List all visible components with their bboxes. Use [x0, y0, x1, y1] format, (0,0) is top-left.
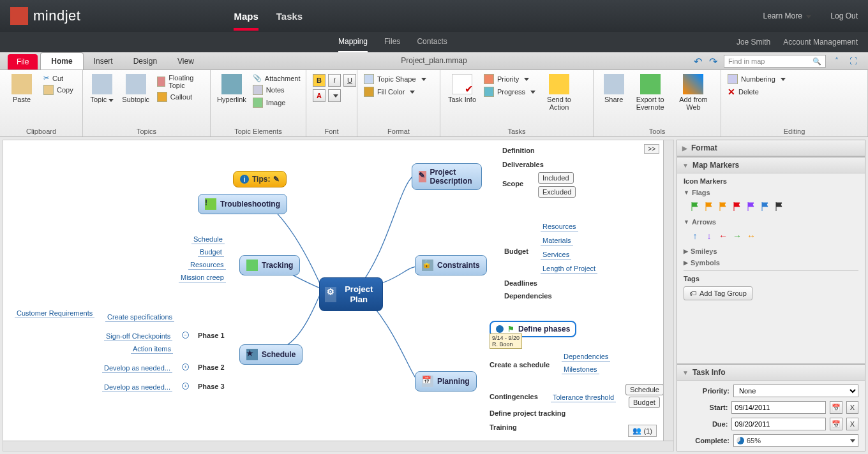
leaf-tracking-resources[interactable]: Resources — [188, 260, 226, 270]
send-to-action-button[interactable]: Send to Action — [542, 74, 576, 111]
add-tag-group-button[interactable]: 🏷Add Tag Group — [684, 286, 752, 300]
leaf-contingencies[interactable]: Contingencies — [490, 393, 538, 400]
cut-button[interactable]: ✂Cut — [43, 74, 73, 82]
file-tab[interactable]: File — [8, 54, 38, 70]
subtopic-button[interactable]: Subtopic — [121, 74, 151, 103]
due-date-input[interactable] — [731, 418, 826, 430]
username[interactable]: Joe Smith — [737, 38, 770, 47]
tab-files[interactable]: Files — [384, 32, 400, 52]
flag-marker[interactable] — [774, 201, 784, 212]
tab-contacts[interactable]: Contacts — [417, 32, 447, 52]
topic-button[interactable]: Topic — [89, 74, 115, 103]
ribbon-tab-view[interactable]: View — [167, 53, 204, 70]
leaf-create-schedule[interactable]: Create a schedule — [490, 361, 550, 369]
find-in-map-input[interactable]: Find in map 🔍 — [724, 55, 826, 68]
share-button[interactable]: Share — [600, 74, 627, 103]
schedule-phase2[interactable]: Phase 2 — [198, 363, 225, 371]
leaf-tracking-budget[interactable]: Budget — [198, 247, 224, 257]
leaf-customer-req[interactable]: Customer Requirements — [15, 309, 94, 318]
arrow-marker[interactable]: ↓ — [704, 231, 714, 241]
node-project-description[interactable]: ✎Project Description — [412, 163, 482, 190]
node-project-plan[interactable]: ⚙ Project Plan — [319, 277, 383, 311]
leaf-dependencies[interactable]: Dependencies — [504, 292, 552, 300]
panel-format-header[interactable]: ▶Format — [677, 140, 865, 156]
learn-more-link[interactable]: Learn More — [763, 11, 812, 20]
attachment-button[interactable]: 📎Attachment — [253, 74, 301, 82]
leaf-materials[interactable]: Materials — [541, 236, 573, 245]
ribbon-tab-design[interactable]: Design — [123, 53, 167, 70]
priority-button[interactable]: Priority — [484, 74, 535, 84]
notes-button[interactable]: Notes — [253, 85, 301, 95]
date-picker-button[interactable]: 📅 — [830, 401, 842, 414]
leaf-tracking-mission[interactable]: Mission creep — [179, 273, 226, 282]
flag-marker[interactable] — [718, 201, 728, 212]
leaf-deliverables[interactable]: Deliverables — [502, 161, 544, 168]
logout-link[interactable]: Log Out — [830, 11, 858, 20]
panel-taskinfo-header[interactable]: ▼Task Info — [677, 365, 865, 381]
numbering-button[interactable]: Numbering — [728, 74, 786, 84]
flag-marker[interactable] — [746, 201, 756, 212]
leaf-definition[interactable]: Definition — [502, 147, 535, 154]
flag-marker[interactable] — [690, 201, 700, 212]
flags-heading[interactable]: ▼Flags — [684, 189, 858, 196]
paste-button[interactable]: Paste — [6, 74, 37, 103]
vertical-scrollbar[interactable] — [663, 140, 673, 441]
leaf-tol-schedule[interactable]: Schedule — [625, 384, 664, 395]
clear-start-button[interactable]: X — [846, 401, 858, 414]
account-management-link[interactable]: Account Management — [783, 38, 858, 47]
floating-topic-button[interactable]: Floating Topic — [157, 74, 204, 89]
expand-button[interactable]: + — [182, 363, 189, 370]
date-picker-button[interactable]: 📅 — [830, 418, 842, 430]
clear-due-button[interactable]: X — [846, 418, 858, 430]
leaf-training[interactable]: Training — [490, 423, 517, 431]
italic-button[interactable]: I — [328, 74, 341, 87]
symbols-heading[interactable]: ▶Symbols — [684, 259, 858, 267]
priority-select[interactable]: None — [733, 384, 858, 397]
image-button[interactable]: Image — [253, 98, 301, 108]
taskinfo-button[interactable]: ✔Task Info — [447, 74, 477, 103]
bold-button[interactable]: B — [313, 74, 326, 87]
flag-marker[interactable] — [732, 201, 742, 212]
schedule-phase3[interactable]: Phase 3 — [198, 383, 225, 390]
node-tracking[interactable]: Tracking — [239, 255, 300, 275]
arrow-marker[interactable]: → — [732, 231, 742, 241]
leaf-signoff[interactable]: Sign-off Checkpoints — [104, 332, 172, 341]
copy-button[interactable]: Copy — [43, 85, 73, 95]
redo-button[interactable]: ↷ — [707, 55, 719, 67]
delete-button[interactable]: ✕Delete — [728, 87, 786, 97]
ribbon-tab-home[interactable]: Home — [40, 52, 83, 70]
leaf-budget[interactable]: Budget — [504, 247, 528, 255]
arrow-marker[interactable]: ← — [718, 231, 728, 241]
arrow-marker[interactable]: ↔ — [746, 231, 756, 241]
callout-button[interactable]: Callout — [157, 92, 204, 102]
expand-button[interactable]: − — [182, 332, 189, 339]
smileys-heading[interactable]: ▶Smileys — [684, 247, 858, 255]
node-planning[interactable]: 📅Planning — [415, 371, 477, 392]
underline-button[interactable]: U — [343, 74, 356, 87]
leaf-excluded[interactable]: Excluded — [538, 186, 576, 198]
complete-select[interactable]: 65% — [733, 434, 858, 447]
tab-tasks[interactable]: Tasks — [276, 2, 303, 31]
leaf-sched-mile[interactable]: Milestones — [562, 365, 599, 374]
leaf-deadlines[interactable]: Deadlines — [504, 279, 537, 287]
node-troubleshooting[interactable]: !Troubleshooting — [198, 194, 287, 214]
horizontal-scrollbar[interactable] — [3, 441, 673, 451]
add-from-web-button[interactable]: Add from Web — [673, 74, 714, 111]
tab-maps[interactable]: Maps — [234, 2, 258, 31]
flag-marker[interactable] — [704, 201, 714, 212]
leaf-services[interactable]: Services — [541, 250, 571, 260]
leaf-resources[interactable]: Resources — [541, 222, 578, 231]
leaf-tracking-schedule[interactable]: Schedule — [191, 235, 225, 244]
arrow-marker[interactable]: ↑ — [690, 231, 700, 241]
leaf-define-project-tracking[interactable]: Define project tracking — [490, 409, 565, 417]
node-schedule[interactable]: ★Schedule — [239, 344, 303, 365]
leaf-p2[interactable]: Develop as needed... — [102, 363, 172, 373]
flag-marker[interactable] — [760, 201, 770, 212]
leaf-included[interactable]: Included — [538, 172, 574, 184]
start-date-input[interactable] — [731, 401, 826, 414]
leaf-tol-budget[interactable]: Budget — [629, 397, 660, 408]
hyperlink-button[interactable]: Hyperlink — [217, 74, 246, 103]
resource-count-badge[interactable]: 👥 (1) — [628, 425, 657, 437]
tab-mapping[interactable]: Mapping — [338, 32, 368, 52]
arrows-heading[interactable]: ▼Arrows — [684, 218, 858, 226]
